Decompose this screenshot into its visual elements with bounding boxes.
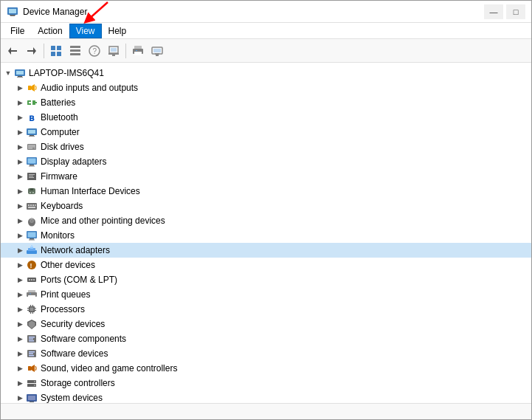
- svg-text:!: !: [30, 262, 32, 269]
- label-computer: Computer: [41, 127, 80, 137]
- expander-keyboards[interactable]: ▶: [14, 200, 26, 212]
- expander-other[interactable]: ▶: [14, 259, 26, 271]
- label-disk: Disk drives: [41, 142, 84, 152]
- tree-item-hid[interactable]: ▶ Human Interface Devices: [1, 184, 531, 199]
- menu-view[interactable]: View: [69, 24, 102, 38]
- expander-storage[interactable]: ▶: [14, 377, 26, 389]
- tree-item-disk[interactable]: ▶ Disk drives: [1, 140, 531, 154]
- minimize-button[interactable]: —: [484, 4, 503, 19]
- tree-item-batteries[interactable]: ▶ Batteries: [1, 95, 531, 110]
- toolbar-btn-print[interactable]: [129, 42, 147, 60]
- svg-rect-114: [28, 396, 35, 400]
- svg-rect-35: [28, 86, 31, 90]
- tree-root[interactable]: ▼ LAPTOP-IMS6Q41: [1, 66, 531, 80]
- tree-item-sound[interactable]: ▶ Sound, video and game controllers: [1, 361, 531, 376]
- root-expander[interactable]: ▼: [2, 67, 14, 79]
- tree-item-ports[interactable]: ▶ Ports (COM & LPT): [1, 272, 531, 287]
- svg-rect-82: [29, 279, 30, 280]
- tree-item-other[interactable]: ▶ ! Other devices: [1, 258, 531, 272]
- tree-item-keyboards[interactable]: ▶ Keyboards: [1, 199, 531, 213]
- label-print: Print queues: [41, 289, 90, 300]
- toolbar-btn-help[interactable]: ?: [86, 42, 103, 60]
- expander-monitors[interactable]: ▶: [14, 230, 26, 241]
- svg-rect-61: [27, 203, 37, 210]
- expander-sound[interactable]: ▶: [14, 362, 26, 374]
- svg-rect-66: [28, 207, 35, 208]
- svg-rect-3: [10, 16, 15, 16]
- svg-rect-105: [29, 354, 33, 355]
- expander-audio[interactable]: ▶: [14, 82, 26, 94]
- svg-rect-22: [112, 55, 115, 56]
- tree-item-storage[interactable]: ▶ Storage controllers: [1, 376, 531, 390]
- expander-security[interactable]: ▶: [14, 318, 26, 330]
- svg-rect-56: [29, 177, 34, 178]
- svg-rect-11: [57, 46, 61, 50]
- toolbar-btn-scan[interactable]: [148, 42, 166, 60]
- svg-rect-32: [16, 71, 24, 75]
- svg-rect-54: [29, 174, 35, 175]
- expander-bluetooth[interactable]: ▶: [14, 111, 26, 123]
- expander-hid[interactable]: ▶: [14, 185, 26, 197]
- expander-processors[interactable]: ▶: [14, 303, 26, 315]
- icon-software-dev: [26, 348, 38, 359]
- tree-view[interactable]: ▼ LAPTOP-IMS6Q41 ▶: [1, 63, 531, 403]
- tree-item-processors[interactable]: ▶ Processors: [1, 302, 531, 317]
- expander-print[interactable]: ▶: [14, 289, 26, 300]
- svg-rect-38: [35, 102, 37, 103]
- icon-sound: [26, 362, 38, 374]
- svg-rect-50: [28, 159, 36, 164]
- tree-item-audio[interactable]: ▶ Audio inputs and outputs: [1, 80, 531, 95]
- tree-item-computer[interactable]: ▶ Computer: [1, 125, 531, 140]
- label-ports: Ports (COM & LPT): [41, 275, 117, 285]
- svg-rect-62: [28, 204, 30, 206]
- device-manager-window: Device Manager — □ File Action View Help: [0, 0, 532, 420]
- tree-item-print[interactable]: ▶ Print queues: [1, 287, 531, 302]
- menu-file[interactable]: File: [4, 24, 31, 38]
- expander-software-comp[interactable]: ▶: [14, 333, 26, 345]
- expander-disk[interactable]: ▶: [14, 141, 26, 153]
- tree-item-monitors[interactable]: ▶ Monitors: [1, 228, 531, 243]
- maximize-button[interactable]: □: [506, 4, 525, 19]
- expander-batteries[interactable]: ▶: [14, 97, 26, 109]
- tree-item-software-dev[interactable]: ▶ Software devices: [1, 346, 531, 361]
- svg-rect-45: [29, 136, 35, 137]
- tree-item-network[interactable]: ▶ Network adapters: [1, 243, 531, 258]
- expander-ports[interactable]: ▶: [14, 274, 26, 286]
- label-storage: Storage controllers: [41, 378, 115, 388]
- tree-item-mice[interactable]: ▶ Mice and other pointing devices: [1, 213, 531, 228]
- toolbar-btn-1[interactable]: [47, 42, 65, 60]
- menu-help[interactable]: Help: [102, 24, 134, 38]
- expander-mice[interactable]: ▶: [14, 215, 26, 227]
- svg-rect-51: [30, 165, 34, 166]
- expander-system[interactable]: ▶: [14, 392, 26, 403]
- svg-rect-94: [35, 310, 36, 311]
- svg-rect-58: [30, 188, 33, 190]
- svg-rect-55: [29, 176, 33, 176]
- svg-text:ʙ: ʙ: [29, 112, 35, 123]
- toolbar-btn-2[interactable]: [66, 42, 84, 60]
- back-button[interactable]: [4, 42, 21, 60]
- menu-bar: File Action View Help: [1, 23, 531, 39]
- expander-firmware[interactable]: ▶: [14, 171, 26, 182]
- icon-ports: [26, 274, 38, 286]
- tree-item-software-comp[interactable]: ▶ Software components: [1, 331, 531, 346]
- forward-button[interactable]: [23, 42, 41, 60]
- svg-rect-52: [29, 166, 35, 167]
- tree-item-security[interactable]: ▶ Security devices: [1, 317, 531, 331]
- tree-item-bluetooth[interactable]: ▶ ʙ Bluetooth: [1, 110, 531, 125]
- svg-rect-26: [136, 50, 137, 51]
- tree-item-display[interactable]: ▶ Display adapters: [1, 154, 531, 169]
- svg-rect-73: [30, 238, 34, 240]
- icon-disk: [26, 141, 38, 153]
- label-software-dev: Software devices: [41, 348, 108, 359]
- menu-action[interactable]: Action: [31, 24, 69, 38]
- tree-item-firmware[interactable]: ▶ Firmware: [1, 169, 531, 184]
- svg-rect-40: [31, 100, 32, 105]
- tree-item-system[interactable]: ▶ System devices: [1, 390, 531, 403]
- expander-software-dev[interactable]: ▶: [14, 348, 26, 359]
- expander-computer[interactable]: ▶: [14, 126, 26, 138]
- toolbar-btn-3[interactable]: [105, 42, 122, 60]
- svg-rect-78: [31, 245, 32, 247]
- expander-display[interactable]: ▶: [14, 156, 26, 168]
- expander-network[interactable]: ▶: [14, 244, 26, 256]
